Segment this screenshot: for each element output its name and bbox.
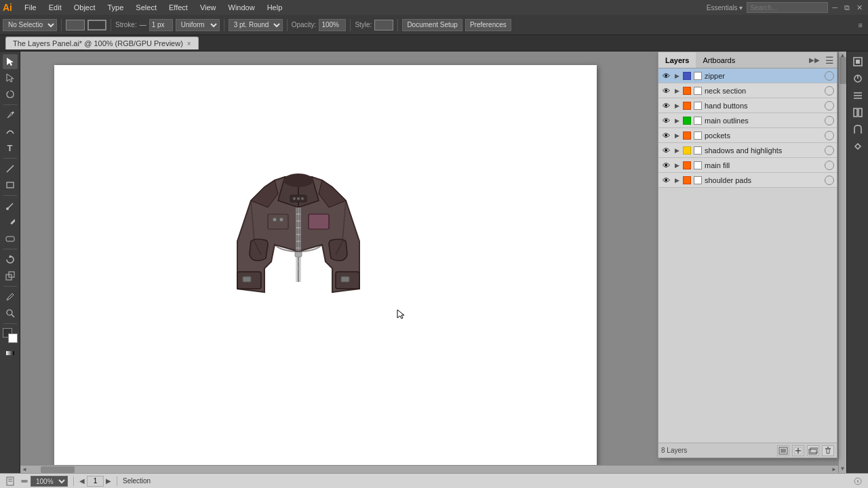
- layers-tab[interactable]: Layers: [658, 52, 696, 68]
- gradient-icon[interactable]: [3, 346, 18, 361]
- menu-edit[interactable]: Edit: [43, 2, 67, 13]
- scroll-right-btn[interactable]: ►: [830, 466, 838, 473]
- right-panel-btn-5[interactable]: [850, 122, 865, 137]
- select-tool[interactable]: [3, 54, 18, 69]
- stroke-style-select[interactable]: 3 pt. Round: [229, 19, 283, 31]
- layer-expand-pockets[interactable]: ▶: [672, 131, 682, 140]
- pencil-tool[interactable]: [3, 215, 18, 230]
- layer-target-shadows[interactable]: [825, 146, 834, 155]
- stroke-swatch[interactable]: [87, 20, 106, 30]
- scroll-thumb-h[interactable]: [41, 466, 75, 473]
- eraser-tool[interactable]: [3, 231, 18, 246]
- canvas-area[interactable]: ▲ ▼ ◄ ► Layers Artboards ▶▶ ☰ 👁 ▶: [20, 52, 846, 473]
- layer-visibility-pockets[interactable]: 👁: [660, 129, 672, 142]
- layer-visibility-neck[interactable]: 👁: [660, 85, 672, 97]
- scale-tool[interactable]: [3, 268, 18, 283]
- eyedropper-tool[interactable]: [3, 289, 18, 304]
- paintbrush-tool[interactable]: [3, 199, 18, 214]
- menu-help[interactable]: Help: [262, 2, 288, 13]
- layer-expand-shadows[interactable]: ▶: [672, 146, 682, 155]
- next-artboard-btn[interactable]: ▶: [106, 477, 111, 485]
- zoom-select[interactable]: 100%: [31, 476, 68, 487]
- search-input[interactable]: [747, 2, 828, 13]
- layer-visibility-hand-buttons[interactable]: 👁: [660, 100, 672, 112]
- layer-name-pockets[interactable]: pockets: [703, 131, 823, 140]
- right-panel-btn-2[interactable]: [850, 71, 865, 86]
- scroll-thumb-v[interactable]: [840, 57, 846, 84]
- lasso-tool[interactable]: [3, 87, 18, 102]
- menu-object[interactable]: Object: [68, 2, 101, 13]
- stroke-width-input[interactable]: [149, 19, 173, 31]
- layer-target-main-outlines[interactable]: [825, 116, 834, 125]
- menu-select[interactable]: Select: [130, 2, 162, 13]
- direct-select-tool[interactable]: [3, 70, 18, 85]
- artboard-nav[interactable]: ◀ ▶: [79, 476, 111, 487]
- panel-collapse-btn[interactable]: ▶▶: [806, 56, 823, 64]
- layer-name-shadows[interactable]: shadows and highlights: [703, 146, 823, 155]
- layer-target-neck[interactable]: [825, 86, 834, 96]
- layer-visibility-main-fill[interactable]: 👁: [660, 159, 672, 171]
- layer-visibility-zipper[interactable]: 👁: [660, 70, 672, 82]
- layer-visibility-shadows[interactable]: 👁: [660, 144, 672, 157]
- stroke-type-select[interactable]: Uniform: [176, 19, 220, 31]
- layer-row-neck[interactable]: 👁 ▶ neck section: [658, 83, 837, 98]
- menu-file[interactable]: File: [19, 2, 42, 13]
- artboards-tab[interactable]: Artboards: [696, 52, 742, 68]
- horizontal-scrollbar[interactable]: ◄ ►: [20, 465, 838, 473]
- new-layer-btn[interactable]: [807, 445, 819, 456]
- line-tool[interactable]: [3, 161, 18, 176]
- vertical-scrollbar[interactable]: ▲ ▼: [838, 52, 846, 473]
- close-btn[interactable]: ✕: [854, 3, 865, 12]
- layer-target-main-fill[interactable]: [825, 161, 834, 170]
- rect-tool[interactable]: [3, 178, 18, 192]
- rotate-tool[interactable]: [3, 252, 18, 267]
- workspace-selector[interactable]: Essentials ▾: [704, 4, 745, 12]
- scroll-left-btn[interactable]: ◄: [20, 466, 28, 473]
- selection-dropdown[interactable]: No Selection: [3, 19, 57, 31]
- layer-row-shoulder-pads[interactable]: 👁 ▶ shoulder pads: [658, 173, 837, 188]
- menu-window[interactable]: Window: [223, 2, 260, 13]
- layer-name-zipper[interactable]: zipper: [703, 72, 823, 80]
- panel-menu-btn[interactable]: ☰: [823, 55, 837, 66]
- layer-expand-main-outlines[interactable]: ▶: [672, 116, 682, 125]
- restore-btn[interactable]: ⧉: [842, 3, 852, 12]
- right-panel-btn-4[interactable]: [850, 105, 865, 120]
- minimize-btn[interactable]: ─: [829, 3, 840, 12]
- scroll-down-btn[interactable]: ▼: [839, 465, 846, 473]
- tab-close-btn[interactable]: ×: [187, 40, 191, 47]
- layer-expand-zipper[interactable]: ▶: [672, 71, 682, 81]
- layer-name-shoulder-pads[interactable]: shoulder pads: [703, 176, 823, 184]
- layer-target-shoulder-pads[interactable]: [825, 176, 834, 185]
- zoom-controls[interactable]: 100%: [20, 476, 68, 487]
- layer-target-pockets[interactable]: [825, 131, 834, 140]
- layer-row-hand-buttons[interactable]: 👁 ▶ hand buttons: [658, 98, 837, 113]
- layer-name-hand-buttons[interactable]: hand buttons: [703, 102, 823, 110]
- right-panel-btn-6[interactable]: [850, 139, 865, 154]
- artboard-number-input[interactable]: [87, 476, 104, 487]
- layer-expand-main-fill[interactable]: ▶: [672, 161, 682, 170]
- layer-target-hand-buttons[interactable]: [825, 101, 834, 110]
- right-panel-btn-3[interactable]: [850, 88, 865, 103]
- delete-layer-btn[interactable]: [822, 445, 834, 456]
- new-sublayer-btn[interactable]: [792, 445, 804, 456]
- menu-effect[interactable]: Effect: [163, 2, 193, 13]
- layer-row-main-outlines[interactable]: 👁 ▶ main outlines: [658, 113, 837, 128]
- layer-expand-hand-buttons[interactable]: ▶: [672, 101, 682, 110]
- fill-swatch[interactable]: [66, 20, 85, 30]
- layer-row-zipper[interactable]: 👁 ▶ zipper: [658, 68, 837, 83]
- layer-expand-neck[interactable]: ▶: [672, 86, 682, 96]
- layer-row-pockets[interactable]: 👁 ▶ pockets: [658, 128, 837, 143]
- color-swatches[interactable]: [3, 328, 18, 343]
- menu-view[interactable]: View: [195, 2, 222, 13]
- layer-row-main-fill[interactable]: 👁 ▶ main fill: [658, 158, 837, 173]
- curvature-tool[interactable]: [3, 124, 18, 139]
- layer-visibility-main-outlines[interactable]: 👁: [660, 115, 672, 127]
- layer-row-shadows[interactable]: 👁 ▶ shadows and highlights: [658, 143, 837, 158]
- layer-name-neck[interactable]: neck section: [703, 87, 823, 95]
- prev-artboard-btn[interactable]: ◀: [79, 477, 85, 485]
- make-clipping-mask-btn[interactable]: [777, 445, 789, 456]
- layer-target-zipper[interactable]: [825, 71, 834, 81]
- layer-visibility-shoulder-pads[interactable]: 👁: [660, 174, 672, 186]
- menu-type[interactable]: Type: [102, 2, 130, 13]
- style-swatch[interactable]: [374, 20, 393, 30]
